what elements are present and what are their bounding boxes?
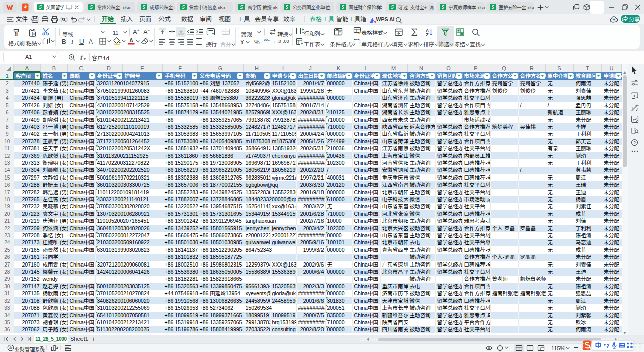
svg-text:x: x — [83, 56, 86, 61]
svg-text:?: ? — [633, 140, 636, 145]
svg-text:f: f — [80, 54, 83, 60]
svg-text:Z: Z — [426, 32, 429, 37]
svg-text:A: A — [129, 37, 133, 43]
